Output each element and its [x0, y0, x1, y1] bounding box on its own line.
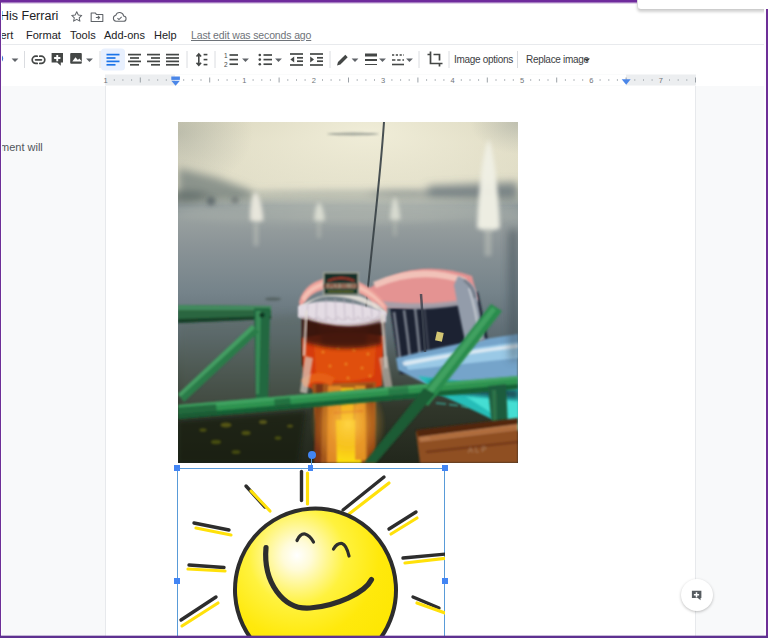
svg-text:7: 7: [659, 76, 663, 85]
svg-text:Replace image: Replace image: [526, 54, 590, 65]
svg-text:1: 1: [242, 76, 246, 85]
svg-text:2: 2: [312, 76, 316, 85]
svg-text:1: 1: [224, 52, 228, 59]
svg-text:3: 3: [381, 76, 385, 85]
svg-text:6: 6: [589, 76, 593, 85]
svg-text:Image options: Image options: [454, 54, 513, 65]
svg-text:1: 1: [104, 76, 108, 85]
svg-text:2: 2: [224, 61, 228, 68]
svg-text:5: 5: [520, 76, 524, 85]
svg-text:SUPER DELUXE: SUPER DELUXE: [323, 284, 359, 289]
svg-text:A L P: A L P: [468, 445, 487, 455]
svg-text:4: 4: [451, 76, 455, 85]
